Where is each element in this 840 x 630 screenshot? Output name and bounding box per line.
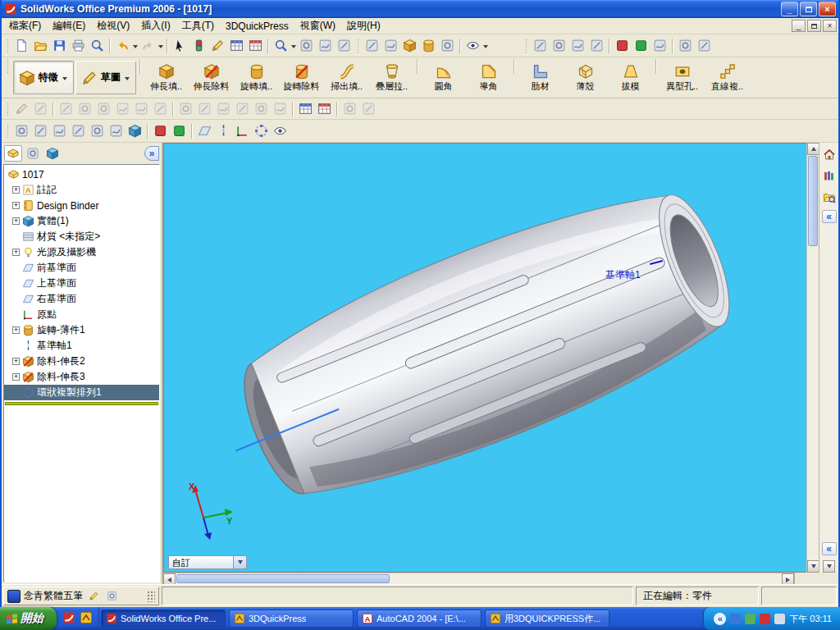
scroll-up-button[interactable]: [807, 143, 819, 155]
shaded-button[interactable]: [400, 37, 419, 55]
print-preview-button[interactable]: [88, 37, 107, 55]
model-3d-collet[interactable]: [164, 144, 806, 572]
offset-entities-button[interactable]: [214, 100, 233, 118]
file-explorer-icon[interactable]: [821, 189, 838, 205]
mdi-restore-button[interactable]: [807, 20, 821, 32]
texture-button[interactable]: [632, 37, 651, 55]
toolbar-grip[interactable]: [7, 39, 9, 53]
linear-pattern-button[interactable]: 直線複..: [705, 60, 750, 95]
line-button[interactable]: [57, 100, 75, 118]
features-mode-button[interactable]: 特徵: [13, 61, 74, 94]
horizontal-scrollbar[interactable]: [163, 573, 794, 584]
view-top-button[interactable]: [88, 122, 107, 140]
view-right-button[interactable]: [69, 122, 88, 140]
menu-tools[interactable]: 工具(T): [176, 17, 220, 34]
reference-plane-button[interactable]: [195, 122, 214, 140]
tree-item-revolve-thin1[interactable]: 旋轉-薄件1: [4, 322, 159, 338]
menu-help[interactable]: 說明(H): [341, 17, 386, 34]
select-button[interactable]: [171, 37, 189, 55]
tray-volume-icon[interactable]: [774, 614, 785, 624]
smart-dimension-button[interactable]: [31, 100, 50, 118]
color-swatch-button[interactable]: [613, 37, 632, 55]
options-button[interactable]: [676, 37, 695, 55]
measure-button[interactable]: [531, 37, 550, 55]
hole-wizard-button[interactable]: 異型孔..: [660, 60, 705, 95]
chamfer-button[interactable]: 導角: [466, 60, 511, 95]
shell-button[interactable]: 薄殼: [563, 60, 608, 95]
view-orientation-dropdown-icon[interactable]: [483, 45, 488, 51]
restore-button[interactable]: [800, 2, 817, 16]
vertical-scroll-track[interactable]: [807, 155, 819, 560]
menu-3dquickpress[interactable]: 3DQuickPress: [220, 19, 294, 34]
menu-view[interactable]: 檢視(V): [91, 17, 135, 34]
tree-item-origin[interactable]: 原點: [4, 307, 159, 322]
chevron-right-icon[interactable]: [144, 146, 159, 161]
redo-dropdown-icon[interactable]: [158, 45, 163, 51]
rotate-view-button[interactable]: [316, 37, 335, 55]
pan-button[interactable]: [335, 37, 354, 55]
rollback-bar[interactable]: [5, 402, 158, 405]
undo-dropdown-icon[interactable]: [133, 45, 138, 51]
features-dropdown-icon[interactable]: [62, 77, 67, 83]
hole-table-button[interactable]: [315, 100, 334, 118]
taskbar-task-solidworks[interactable]: SolidWorks Office Pre...: [101, 609, 226, 628]
chevron-left-icon[interactable]: [822, 542, 837, 555]
tray-status-icon[interactable]: [745, 614, 756, 624]
tab-featuremanager[interactable]: [4, 145, 22, 162]
toolbar-grip[interactable]: [7, 59, 9, 74]
check-entity-button[interactable]: [568, 37, 587, 55]
new-document-button[interactable]: [12, 37, 31, 55]
expand-icon[interactable]: [12, 373, 20, 381]
view-front-button[interactable]: [12, 122, 31, 140]
zoom-fit-button[interactable]: [272, 37, 290, 55]
sketch-fillet-button[interactable]: [252, 100, 271, 118]
curvature-button[interactable]: [651, 37, 669, 55]
tray-network-icon[interactable]: [730, 614, 741, 624]
menu-file[interactable]: 檔案(F): [3, 17, 47, 34]
tree-item-circular-pattern1[interactable]: 環狀複製排列1: [4, 385, 159, 400]
hide-show-button[interactable]: [151, 122, 170, 140]
section-view-button[interactable]: [438, 37, 457, 55]
redo-button[interactable]: [139, 37, 158, 55]
arc-button[interactable]: [113, 100, 132, 118]
coordinate-system-button[interactable]: [233, 122, 252, 140]
tree-item-lights-cameras[interactable]: 光源及攝影機: [4, 244, 159, 260]
combo-dropdown-button[interactable]: [233, 556, 246, 568]
expand-icon[interactable]: [12, 202, 20, 209]
revolve-cut-button[interactable]: 旋轉除料: [279, 60, 324, 95]
spline-button[interactable]: [132, 100, 151, 118]
expand-icon[interactable]: [12, 358, 20, 365]
close-button[interactable]: ×: [819, 2, 836, 16]
loft-button[interactable]: 疊層拉..: [369, 60, 414, 95]
zoom-dropdown-icon[interactable]: [291, 45, 296, 51]
tree-item-axis1[interactable]: 基準軸1: [4, 338, 159, 354]
mdi-minimize-button[interactable]: _: [792, 20, 806, 32]
menu-window[interactable]: 視窗(W): [294, 17, 341, 34]
ime-bar[interactable]: 念青繁體五筆: [3, 587, 159, 605]
display-pane-button[interactable]: [170, 122, 189, 140]
revolve-boss-button[interactable]: 旋轉填..: [234, 60, 279, 95]
tree-item-design-binder[interactable]: Design Binder: [4, 198, 159, 213]
expand-icon[interactable]: [12, 326, 20, 334]
solidworks-resources-icon[interactable]: [821, 146, 838, 162]
view-bottom-button[interactable]: [107, 122, 126, 140]
menu-insert[interactable]: 插入(I): [135, 17, 176, 34]
tree-item-material[interactable]: 材質 <未指定>: [4, 229, 159, 244]
taskbar-task-3dquickpress[interactable]: 3DQuickPress: [229, 609, 354, 628]
sketch-button[interactable]: [12, 100, 31, 118]
tree-item-cut-extrude3[interactable]: 除料-伸長3: [4, 369, 159, 385]
wireframe-button[interactable]: [363, 37, 381, 55]
point-button[interactable]: [151, 100, 170, 118]
sketch-edit-button[interactable]: [208, 37, 227, 55]
undo-button[interactable]: [113, 37, 132, 55]
tree-item-top-plane[interactable]: 上基準面: [4, 276, 159, 291]
horizontal-scroll-track[interactable]: [176, 573, 782, 584]
trim-entities-button[interactable]: [195, 100, 214, 118]
tree-root-part[interactable]: 1017: [4, 167, 159, 182]
tree-item-front-plane[interactable]: 前基準面: [4, 260, 159, 276]
ime-language-icon[interactable]: [7, 590, 21, 603]
bom-table-button[interactable]: [246, 37, 265, 55]
tab-propertymanager[interactable]: [24, 145, 42, 162]
view-orientation-combo[interactable]: 自訂: [168, 555, 247, 569]
tree-item-solid-bodies[interactable]: 實體(1): [4, 213, 159, 229]
